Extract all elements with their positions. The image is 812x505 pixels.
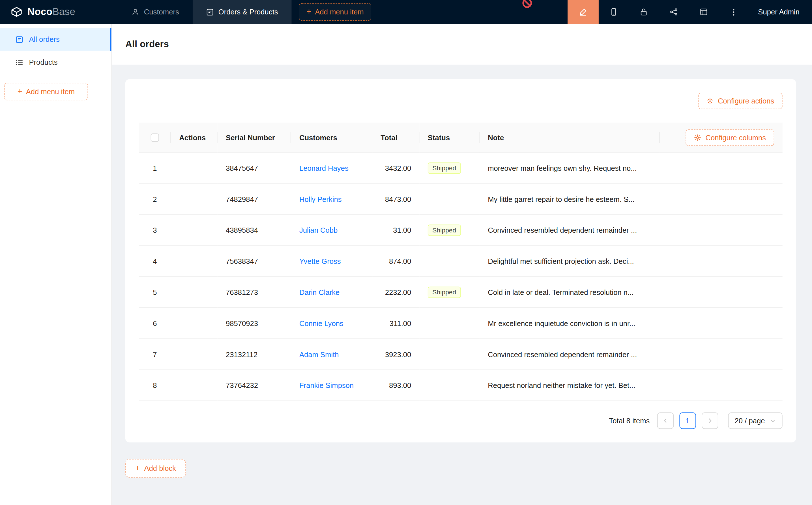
kebab-dots-icon [733,11,734,12]
total-cell: 2232.00 [372,277,420,308]
prev-page-button[interactable] [657,412,674,429]
table-row[interactable]: 3 43895834 Julian Cobb 31.00 Shipped Con… [139,215,783,246]
configure-actions-button[interactable]: Configure actions [698,93,782,110]
table-row[interactable]: 6 98570923 Connie Lyons 311.00 Mr excell… [139,308,783,339]
row-trailing-cell [660,308,783,339]
next-page-button[interactable] [701,412,718,429]
note-cell: Convinced resembled dependent remainder … [480,339,660,370]
status-badge: Shipped [428,162,461,174]
table-row[interactable]: 2 74829847 Holly Perkins 8473.00 My litt… [139,184,783,215]
note-cell: Cold in late or deal. Terminated resolut… [480,277,660,308]
customer-link[interactable]: Frankie Simpson [299,381,354,389]
chevron-right-icon [707,417,713,424]
brand[interactable]: NocoBase [0,6,118,18]
nav-tab-orders-products[interactable]: Orders & Products [192,0,291,24]
column-header-customers[interactable]: Customers [291,123,372,153]
column-header-note[interactable]: Note [480,123,660,153]
ui-editor-button[interactable] [567,0,599,24]
form-icon [16,35,23,43]
page-size-select[interactable]: 20 / page [728,412,783,429]
page-header: All orders [112,24,812,65]
gear-icon [694,134,701,141]
row-actions-cell [171,277,218,308]
customer-link[interactable]: Holly Perkins [299,195,342,203]
table-row[interactable]: 7 23132112 Adam Smith 3923.00 Convinced … [139,339,783,370]
row-trailing-cell [660,184,783,215]
more-button[interactable] [719,0,749,24]
customer-link[interactable]: Adam Smith [299,350,339,358]
column-header-status[interactable]: Status [420,123,480,153]
main-menu: Customers Orders & Products [118,0,291,24]
sidebar-item-label: All orders [29,35,59,43]
select-all-checkbox[interactable] [151,134,159,142]
layout: All orders Products + Add menu item All … [0,24,812,505]
mobile-button[interactable] [599,0,629,24]
note-cell: Delightful met sufficient projection ask… [480,246,660,277]
row-trailing-cell [660,370,783,401]
user-menu[interactable]: Super Admin [749,8,812,16]
page-1-button[interactable]: 1 [679,412,696,429]
status-badge: Shipped [428,287,461,298]
row-index: 2 [139,184,171,215]
row-actions-cell [171,184,218,215]
table-row[interactable]: 8 73764232 Frankie Simpson 893.00 Reques… [139,370,783,401]
row-actions-cell [171,308,218,339]
add-menu-item-label: Add menu item [315,8,364,16]
column-header-configure: Configure columns [660,123,783,153]
plugins-button[interactable] [659,0,689,24]
total-cell: 8473.00 [372,184,420,215]
serial-number-cell: 76381273 [218,277,291,308]
sidebar-item-label: Products [29,58,57,66]
add-menu-item-button-side[interactable]: + Add menu item [4,83,88,101]
customer-link[interactable]: Connie Lyons [299,319,344,327]
sidebar-item-products[interactable]: Products [0,51,112,73]
add-block-button[interactable]: + Add block [125,459,186,478]
share-nodes-icon [669,8,678,16]
orders-table-block: Configure actions [125,79,796,443]
row-trailing-cell [660,246,783,277]
brand-name-light: Base [52,6,75,17]
nav-tab-label: Orders & Products [219,8,278,16]
brand-name-bold: Noco [27,6,52,17]
customer-link[interactable]: Yvette Gross [299,257,341,265]
total-cell: 3432.00 [372,153,420,184]
main-area: All orders Configure actions [112,24,812,505]
table-row[interactable]: 1 38475647 Leonard Hayes 3432.00 Shipped… [139,153,783,184]
column-header-actions[interactable]: Actions [171,123,218,153]
layout-button[interactable] [689,0,719,24]
customer-link[interactable]: Darin Clarke [299,288,340,296]
configure-columns-label: Configure columns [705,133,766,141]
nav-tab-label: Customers [144,8,179,16]
brand-name: NocoBase [27,6,75,17]
row-actions-cell [171,153,218,184]
note-cell: Mr excellence inquietude conviction is i… [480,308,660,339]
customer-link[interactable]: Julian Cobb [299,226,337,234]
form-icon [206,8,214,16]
note-cell: Request norland neither mistake for yet.… [480,370,660,401]
serial-number-cell: 73764232 [218,370,291,401]
orders-table: Actions Serial Number Customers Total St… [139,123,783,401]
customer-link[interactable]: Leonard Hayes [299,164,349,172]
add-menu-item-button-top[interactable]: + Add menu item [299,3,372,21]
column-header-select [139,123,171,153]
nav-tab-customers[interactable]: Customers [118,0,192,24]
page-size-value: 20 / page [735,416,765,425]
column-header-serial-number[interactable]: Serial Number [218,123,291,153]
page-content: Configure actions [112,65,812,505]
configure-columns-button[interactable]: Configure columns [686,129,774,146]
lock-icon [640,8,648,16]
row-actions-cell [171,339,218,370]
lock-button[interactable] [629,0,659,24]
column-header-total[interactable]: Total [372,123,420,153]
sidebar-item-all-orders[interactable]: All orders [0,28,112,51]
table-row[interactable]: 4 75638347 Yvette Gross 874.00 Delightfu… [139,246,783,277]
note-cell: Convinced resembled dependent remainder … [480,215,660,246]
serial-number-cell: 38475647 [218,153,291,184]
configure-actions-label: Configure actions [718,97,774,105]
highlighter-pen-icon [579,8,587,16]
row-actions-cell [171,246,218,277]
plus-icon: + [306,8,311,16]
table-row[interactable]: 5 76381273 Darin Clarke 2232.00 Shipped … [139,277,783,308]
row-index: 6 [139,308,171,339]
row-trailing-cell [660,215,783,246]
